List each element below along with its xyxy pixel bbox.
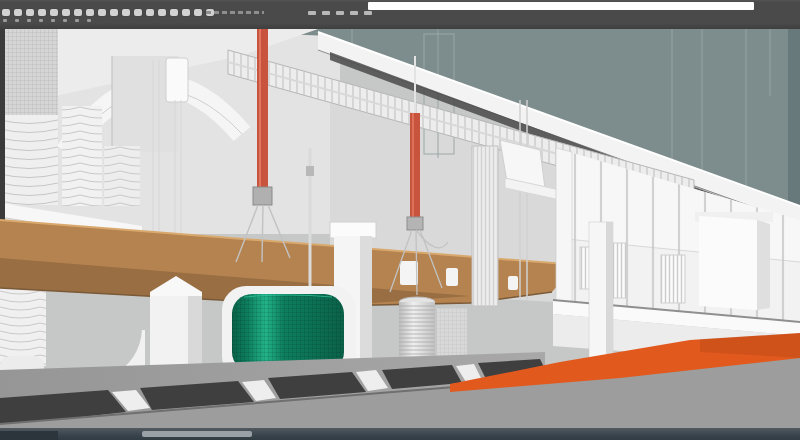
command-bar[interactable]: [368, 2, 754, 10]
toolbar-icon-17[interactable]: [194, 9, 202, 16]
toolbar-dot-row: [3, 19, 91, 22]
toolbar-icon-row: [2, 9, 214, 16]
toolbar-icon-10[interactable]: [110, 9, 118, 16]
toolbar-icon-14[interactable]: [158, 9, 166, 16]
toolbar-icon-11[interactable]: [122, 9, 130, 16]
toolbar-dot-3[interactable]: [27, 19, 31, 22]
statusbar-corner: [0, 431, 58, 440]
section-cut-edge: [0, 29, 5, 221]
toolbar-dot-7[interactable]: [75, 19, 79, 22]
toolbar-icon-13[interactable]: [146, 9, 154, 16]
toolbar-icon-3[interactable]: [26, 9, 34, 16]
strap-clamp: [407, 217, 423, 230]
toolbar-sep-2[interactable]: [322, 11, 330, 15]
hanging-tank[interactable]: [166, 58, 188, 102]
toolbar-icon-9[interactable]: [98, 9, 106, 16]
viewport-3d[interactable]: [0, 0, 800, 440]
toolbar-icon-4[interactable]: [38, 9, 46, 16]
scene-canvas[interactable]: [0, 0, 800, 440]
application-window: [0, 0, 800, 440]
strap-clamp: [253, 187, 272, 205]
toolbar-icon-8[interactable]: [86, 9, 94, 16]
toolbar-sep-5[interactable]: [364, 11, 372, 15]
toolbar-dot-6[interactable]: [63, 19, 67, 22]
toolbar-dot-5[interactable]: [51, 19, 55, 22]
top-toolbar: [0, 0, 800, 29]
toolbar-icon-2[interactable]: [14, 9, 22, 16]
ridged-drum-stack[interactable]: [0, 115, 58, 205]
toolbar-icon-5[interactable]: [50, 9, 58, 16]
toolbar-label-blur: [206, 11, 264, 14]
toolbar-icon-6[interactable]: [62, 9, 70, 16]
statusbar-handle[interactable]: [142, 431, 252, 437]
toolbar-icon-15[interactable]: [170, 9, 178, 16]
toolbar-sep-4[interactable]: [350, 11, 358, 15]
toolbar-sep-3[interactable]: [336, 11, 344, 15]
toolbar-icon-1[interactable]: [2, 9, 10, 16]
status-bar: [0, 428, 800, 440]
toolbar-icon-16[interactable]: [182, 9, 190, 16]
toolbar-separator-group: [308, 11, 372, 15]
grid-drum[interactable]: [2, 29, 58, 115]
right-wall-edge: [788, 29, 800, 223]
toolbar-dot-2[interactable]: [15, 19, 19, 22]
facade-column-wide[interactable]: [695, 212, 773, 310]
lower-drum-stack[interactable]: [0, 286, 46, 366]
toolbar-dot-8[interactable]: [87, 19, 91, 22]
toolbar-sep-1[interactable]: [308, 11, 316, 15]
toolbar-dot-4[interactable]: [39, 19, 43, 22]
toolbar-icon-12[interactable]: [134, 9, 142, 16]
toolbar-dot-1[interactable]: [3, 19, 7, 22]
facade-column-thin[interactable]: [589, 222, 613, 358]
toolbar-icon-7[interactable]: [74, 9, 82, 16]
facade-corner-column: [556, 148, 572, 306]
